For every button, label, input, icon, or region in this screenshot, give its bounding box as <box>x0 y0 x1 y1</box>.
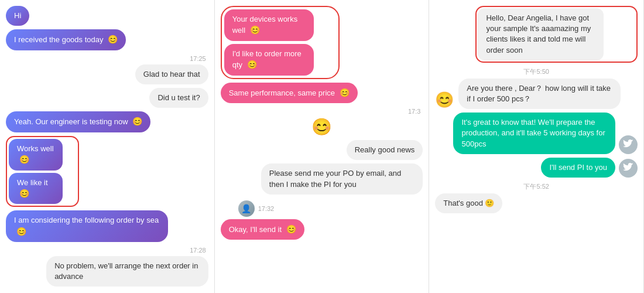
bubble-text: That's good 🙂 <box>443 199 494 207</box>
timestamp: 17:28 <box>8 247 206 254</box>
avatar-teal <box>619 135 638 154</box>
bubble-no-problem: No problem, we'll arrange the next order… <box>46 256 208 287</box>
bubble-received: I received the goods today 😊 <box>6 29 126 50</box>
bubble-its-great: It's great to know that! We'll prepare t… <box>453 113 615 154</box>
bubble-yeah: Yeah. Our engineer is testing now 😊 <box>6 111 150 132</box>
bubble-did-u: Did u test it? <box>149 88 208 108</box>
bubble-text: I'll send PI to you <box>549 163 607 172</box>
chat-panel-3: Hello, Dear Angelia, I have got your sam… <box>429 0 644 293</box>
bubble-text: Same performance, same price <box>229 88 335 97</box>
emoji-large-left: 😊 <box>435 91 454 109</box>
timestamp-avatar-row: 👤 17:32 <box>238 200 423 217</box>
bubble-text: Did u test it? <box>157 93 200 102</box>
msg-row: I'll send PI to you <box>435 158 638 178</box>
bubble-hello-dear: Hello, Dear Angelia, I have got your sam… <box>478 8 604 60</box>
bubble-ill-send-pi: I'll send PI to you <box>541 158 615 178</box>
msg-row: I am considering the following order by … <box>6 210 208 242</box>
emoji: 😊 <box>132 117 142 126</box>
chat-panel-1: Hi I received the goods today 😊 17:25 Gl… <box>0 0 215 293</box>
bubble-hi: Hi <box>6 6 29 26</box>
bubble-please-send: Please send me your PO by email, and the… <box>261 163 423 194</box>
bubble-considering: I am considering the following order by … <box>6 210 168 242</box>
highlighted-pink-group: Your devices works well 😊 I'd like to or… <box>221 6 423 79</box>
bubble-thats-good: That's good 🙂 <box>435 193 502 213</box>
msg-row: That's good 🙂 <box>435 193 638 213</box>
msg-row: Did u test it? <box>6 88 208 108</box>
msg-row: I received the goods today 😊 <box>6 29 208 50</box>
bubble-text: Yeah. Our engineer is testing now <box>14 117 128 126</box>
timestamp: 17:32 <box>258 205 275 212</box>
bubble-text: Okay, I'll send it <box>229 225 282 234</box>
emoji: 😊 <box>19 189 29 198</box>
highlight-box-pink: Your devices works well 😊 I'd like to or… <box>221 6 340 79</box>
emoji: 😊 <box>286 224 296 234</box>
bubble-text: It's great to know that! We'll prepare t… <box>461 118 605 148</box>
avatar: 👤 <box>238 200 255 217</box>
msg-row-emoji-left: 😊 Are you there , Dear？ how long will it… <box>435 79 638 109</box>
bubble-text: I received the goods today <box>14 35 104 44</box>
bubble-text: Really good news <box>355 145 415 154</box>
bubble-text: Please send me your PO by email, and the… <box>269 169 401 188</box>
msg-row: Okay, I'll send it 😊 <box>221 219 423 240</box>
emoji: 😊 <box>108 35 118 44</box>
bubble-okay: Okay, I'll send it 😊 <box>221 219 304 240</box>
timestamp: 17:3 <box>223 108 421 115</box>
bubble-works-well: Works well 😊 <box>9 139 63 171</box>
bubble-are-you: Are you there , Dear？ how long will it t… <box>458 79 621 109</box>
bubble-really-good: Really good news <box>347 140 423 160</box>
highlight-box-gray: Hello, Dear Angelia, I have got your sam… <box>475 6 638 63</box>
highlighted-group: Works well 😊 We like it 😊 <box>6 136 208 207</box>
emoji: 😊 <box>247 60 257 69</box>
msg-row: Hi <box>6 6 208 26</box>
emoji-large: 😊 <box>311 117 332 137</box>
emoji: 😊 <box>250 25 260 35</box>
bubble-text: Are you there , Dear？ how long will it t… <box>467 84 611 103</box>
bubble-text: I am considering the following order by … <box>14 216 159 224</box>
bubble-your-devices: Your devices works well 😊 <box>224 9 314 41</box>
highlight-box: Works well 😊 We like it 😊 <box>6 136 79 207</box>
emoji: 😊 <box>16 227 26 236</box>
msg-row: Yeah. Our engineer is testing now 😊 <box>6 111 208 132</box>
bubble-text: Glad to hear that <box>143 70 200 79</box>
bubble-text: Your devices works well <box>232 15 298 35</box>
bubble-glad: Glad to hear that <box>135 64 208 84</box>
msg-row: Same performance, same price 😊 <box>221 83 423 104</box>
timestamp: 17:25 <box>8 55 206 62</box>
timestamp: 下午5:50 <box>437 67 635 76</box>
chat-panel-2: Your devices works well 😊 I'd like to or… <box>215 0 430 293</box>
bubble-text: Hi <box>14 11 21 20</box>
msg-row: Really good news <box>221 140 423 160</box>
msg-row: It's great to know that! We'll prepare t… <box>435 113 638 154</box>
bubble-text: Hello, Dear Angelia, I have got your sam… <box>486 13 591 54</box>
msg-row: Please send me your PO by email, and the… <box>221 163 423 194</box>
msg-row: No problem, we'll arrange the next order… <box>6 256 208 287</box>
bubble-same-perf: Same performance, same price 😊 <box>221 83 358 104</box>
timestamp: 下午5:52 <box>437 182 635 191</box>
msg-row: Hello, Dear Angelia, I have got your sam… <box>435 6 638 63</box>
avatar-teal-2 <box>619 159 638 178</box>
bubble-text: Works well <box>17 144 54 153</box>
bubble-text: No problem, we'll arrange the next order… <box>54 261 198 281</box>
emoji: 😊 <box>340 88 350 97</box>
msg-row: Glad to hear that <box>6 64 208 84</box>
bubble-text: We like it <box>17 178 48 187</box>
bubble-order-more: I'd like to order more qty 😊 <box>224 44 314 76</box>
emoji: 😊 <box>19 155 29 164</box>
bubble-text: I'd like to order more qty <box>232 49 302 69</box>
msg-row-emoji: 😊 <box>221 117 423 137</box>
bubble-we-like: We like it 😊 <box>9 173 63 205</box>
